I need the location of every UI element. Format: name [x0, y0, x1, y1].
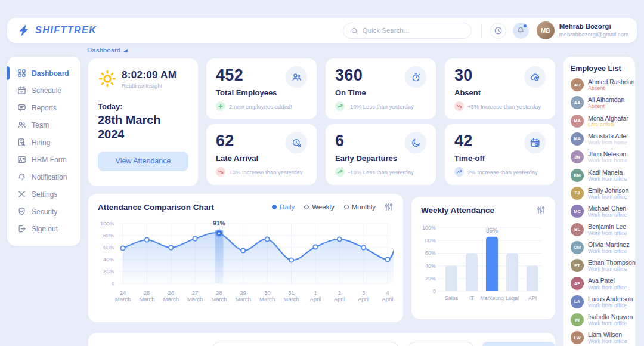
svg-text:API: API: [528, 295, 537, 301]
view-option-monthly[interactable]: Monthly: [344, 203, 376, 211]
employee-list-item[interactable]: IN Isabella Nguyen Work from office: [571, 313, 629, 327]
employee-name: Benjamin Lee: [588, 223, 627, 230]
brand-name: SHIFTTREK: [35, 25, 97, 36]
employee-list-item[interactable]: EJ Emily Johnson Work from office: [571, 187, 629, 200]
sidebar-item-notification[interactable]: Notification: [7, 168, 80, 186]
sidebar-item-hrm-form[interactable]: HRM Form: [7, 151, 80, 168]
sidebar-item-label: HRM Form: [32, 156, 67, 164]
employee-list-item[interactable]: OM Olivia Martinez Work from office: [571, 241, 629, 255]
employee-list-item[interactable]: MC Michael Chen Work from office: [571, 205, 629, 218]
employee-avatar: IN: [571, 313, 584, 326]
svg-text:0: 0: [433, 288, 436, 294]
bell-icon: [17, 172, 26, 181]
notifications-button[interactable]: [513, 23, 529, 39]
history-clock-button[interactable]: [490, 23, 506, 39]
svg-text:March: March: [187, 296, 203, 302]
stat-card-absent: 30 Absent +3% Increase than yesterday: [445, 58, 555, 119]
trend-up-blue-badge-icon: [454, 167, 464, 177]
view-option-weekly[interactable]: Weekly: [304, 203, 335, 211]
employee-list-item[interactable]: ET Ethan Thompson Work from office: [571, 259, 629, 273]
sidebar-item-security[interactable]: Security: [7, 203, 80, 220]
clock-caption: Realtime Insight: [122, 82, 177, 89]
employee-status: Work from office: [588, 176, 627, 183]
bottom-primary-button[interactable]: [482, 342, 555, 346]
brand-logo[interactable]: SHIFTTREK: [18, 24, 97, 37]
employee-status: Work from office: [588, 194, 628, 200]
employee-name: Isabella Nguyen: [588, 313, 633, 320]
notification-dot: [523, 24, 527, 28]
breadcrumb[interactable]: Dashboard: [87, 47, 128, 54]
employee-list-item[interactable]: MA Mona Alghafar Late arrival: [571, 115, 629, 128]
filter-sliders-icon[interactable]: [384, 202, 394, 212]
sidebar-item-label: Dashboard: [32, 69, 69, 78]
schedule-calendar-icon: [17, 86, 26, 95]
svg-text:86%: 86%: [486, 227, 498, 234]
current-time: 8:02:09 AM: [122, 69, 177, 81]
bottom-input-large[interactable]: [212, 342, 398, 346]
history-clock-icon: [494, 26, 503, 35]
employee-list-item[interactable]: AP Ava Patel Work from office: [571, 277, 629, 291]
svg-text:27: 27: [192, 289, 199, 296]
trend-down-red-badge-icon: [216, 167, 225, 177]
today-label: Today:: [98, 102, 188, 111]
svg-text:91%: 91%: [213, 220, 226, 227]
employee-status: Work from office: [588, 320, 633, 327]
svg-text:20%: 20%: [103, 268, 115, 274]
stat-label: Late Arrival: [216, 154, 307, 163]
svg-text:April: April: [309, 296, 321, 302]
bottom-input-small[interactable]: [408, 342, 473, 346]
svg-text:80%: 80%: [103, 232, 115, 239]
stat-note: -10% Less than yesterday: [348, 103, 414, 110]
search-input[interactable]: [363, 27, 464, 34]
employee-list-item[interactable]: BL Benjamin Lee Work from office: [571, 223, 629, 237]
radio-dot-icon: [272, 205, 277, 209]
svg-text:4: 4: [386, 289, 389, 296]
employee-list-item[interactable]: LA Lucas Anderson Work from office: [571, 295, 629, 309]
filter-sliders-icon[interactable]: [536, 205, 546, 215]
cloud-clock-icon: [524, 66, 546, 88]
view-option-label: Weekly: [312, 203, 335, 211]
view-option-daily[interactable]: Daily: [272, 203, 295, 211]
user-menu[interactable]: MB Mehrab Bozorgi mehrabbozorgi@gmail.co…: [537, 21, 628, 39]
bottom-partial-card: [88, 333, 555, 346]
sidebar-item-settings[interactable]: Settings: [7, 186, 80, 203]
sidebar-item-dashboard[interactable]: Dashboard: [7, 64, 80, 82]
employee-list-item[interactable]: JN Jhon Neleson Work from home: [571, 150, 629, 164]
stat-card-total-employees: 452 Total Employees 2 new employees adde…: [206, 58, 317, 119]
view-attendance-button[interactable]: View Attendance: [98, 152, 188, 171]
radio-dot-icon: [344, 205, 349, 209]
sidebar-item-team[interactable]: Team: [7, 116, 80, 134]
employee-list-item[interactable]: AA Ali Alhamdan Absent: [571, 96, 629, 110]
bar-chart-title: Weekly Attendance: [421, 206, 494, 215]
sidebar-item-label: Security: [32, 208, 57, 216]
employee-status: Work from office: [588, 338, 627, 345]
svg-text:April: April: [334, 296, 345, 302]
stat-value: 452: [216, 66, 243, 85]
sidebar-item-schedule[interactable]: Schedule: [7, 82, 80, 99]
stat-value: 6: [335, 132, 344, 150]
svg-text:IT: IT: [469, 295, 475, 301]
stat-note: +3% Increase than yesterday: [467, 103, 541, 110]
svg-text:29: 29: [240, 289, 247, 296]
employee-status: Work from office: [588, 212, 627, 218]
employee-list-item[interactable]: LW Liam Wilson Work from office: [571, 331, 629, 345]
employee-avatar: AR: [571, 78, 584, 91]
employee-avatar: LA: [571, 295, 584, 308]
sidebar-item-reports[interactable]: Reports: [7, 99, 80, 116]
people-icon: [286, 66, 307, 88]
sidebar-item-sign-out[interactable]: Sign out: [7, 220, 80, 237]
employee-list-item[interactable]: AR Ahmed Rashdan Absent: [571, 78, 629, 92]
stat-card-time-off: 42 Time-off 2% Increase than yesterday: [445, 124, 555, 185]
employee-status: Late arrival: [588, 122, 628, 128]
employee-list-item[interactable]: MA Moustafa Adel Work from home: [571, 132, 629, 146]
employee-list-item[interactable]: KM Kadi Manela Work from office: [571, 169, 629, 183]
line-chart-title: Attendance Comparison Chart: [98, 203, 214, 212]
quick-search[interactable]: [343, 23, 472, 39]
sidebar-item-hiring[interactable]: Hiring: [7, 134, 80, 151]
attendance-line-chart: 100%80%60%40%20%0 91% 24March25March26Ma…: [98, 217, 394, 312]
stat-note: +3% Increase than yesterday: [229, 169, 302, 175]
svg-text:60%: 60%: [103, 244, 115, 251]
svg-text:2: 2: [338, 289, 341, 296]
employee-name: Kadi Manela: [588, 169, 627, 176]
employee-status: Absent: [588, 85, 634, 92]
